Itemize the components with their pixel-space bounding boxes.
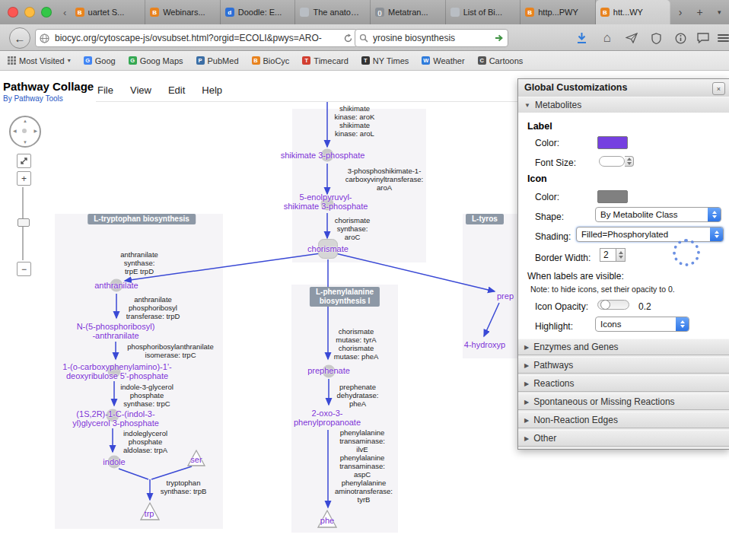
bookmark-most-visited[interactable]: Most Visited ▾ xyxy=(8,56,71,65)
icon-color-swatch[interactable] xyxy=(597,190,628,203)
tab-8-active[interactable]: B htt...WY xyxy=(596,0,671,24)
zoom-in-button[interactable]: + xyxy=(17,171,31,186)
bookmark-cartoons[interactable]: CCartoons xyxy=(478,56,524,65)
tab-7[interactable]: B http...PWY xyxy=(520,0,596,24)
tab-3[interactable]: d Doodle: E... xyxy=(221,0,296,24)
menu-help[interactable]: Help xyxy=(202,84,222,96)
menu-edit[interactable]: Edit xyxy=(168,84,185,96)
zoom-out-button[interactable]: − xyxy=(17,262,31,276)
panel-header[interactable]: Global Customizations × xyxy=(518,79,729,97)
icon-opacity-slider[interactable] xyxy=(597,300,629,310)
pan-control[interactable]: ▲ ▼ ◀ ▶ xyxy=(9,116,41,148)
global-customizations-panel: Global Customizations × ▼ Metabolites La… xyxy=(517,78,729,450)
downloads-icon[interactable] xyxy=(572,30,591,46)
tab-6[interactable]: List of Bi... xyxy=(446,0,521,24)
tab-2[interactable]: B Webinars... xyxy=(145,0,221,24)
bookmark-ny-times[interactable]: TNY Times xyxy=(361,56,409,65)
tab-scroll-right-icon[interactable]: › xyxy=(670,0,690,24)
chat-icon[interactable] xyxy=(694,30,712,46)
search-input[interactable] xyxy=(371,32,492,44)
metabolite-label[interactable]: phe xyxy=(320,516,334,525)
tab-title: Metatran... xyxy=(388,8,428,17)
search-go-icon[interactable] xyxy=(495,33,504,43)
pathway-title-label[interactable]: L-tyros xyxy=(466,214,504,224)
tab-4[interactable]: The anatomy ... xyxy=(295,0,371,24)
pathway-tools-link[interactable]: By Pathway Tools xyxy=(3,94,63,103)
metabolite-label[interactable]: 4-hydroxyp xyxy=(464,340,505,349)
search-bar[interactable] xyxy=(355,29,508,47)
slider-thumb[interactable] xyxy=(600,300,610,310)
section-spontaneous-or-missing-reactions[interactable]: ▶ Spontaneous or Missing Reactions xyxy=(518,393,729,410)
shading-select[interactable]: Filled=Phosphorylated xyxy=(576,227,724,242)
url-input[interactable] xyxy=(53,32,339,44)
tab-title: List of Bi... xyxy=(463,8,502,17)
label-color-swatch[interactable] xyxy=(597,136,628,149)
back-button[interactable]: ← xyxy=(9,27,30,49)
section-other[interactable]: ▶ Other xyxy=(518,430,729,447)
menu-hamburger-icon[interactable] xyxy=(714,30,729,46)
shape-select[interactable]: By Metabolite Class xyxy=(595,207,721,222)
section-label: Non-Reaction Edges xyxy=(533,415,618,425)
metabolite-label[interactable]: N-(5-phosphoribosyl) -anthranilate xyxy=(77,322,155,340)
bookmark-goog[interactable]: GGoog xyxy=(84,56,116,65)
bookmark-goog-maps[interactable]: GGoog Maps xyxy=(129,56,183,65)
border-width-stepper[interactable] xyxy=(616,248,626,262)
metabolite-label[interactable]: shikimate 3-phosphate xyxy=(281,151,365,160)
enzyme-label: tryptophan synthase: trpB xyxy=(161,479,207,495)
new-tab-button[interactable]: + xyxy=(690,0,710,24)
tab-list-dropdown-icon[interactable]: ▾ xyxy=(709,0,729,24)
close-icon[interactable]: × xyxy=(712,82,725,95)
menu-file[interactable]: File xyxy=(97,84,113,96)
section-enzymes-and-genes[interactable]: ▶ Enzymes and Genes xyxy=(518,339,729,355)
metabolite-label[interactable]: ser xyxy=(190,455,202,464)
zoom-slider-handle[interactable] xyxy=(18,218,30,227)
font-size-field[interactable] xyxy=(599,156,625,167)
shield-icon[interactable] xyxy=(647,30,665,46)
metabolite-label[interactable]: (1S,2R)-1-C-(indol-3- yl)glycerol 3-phos… xyxy=(72,409,159,428)
bookmark-biocyc[interactable]: BBioCyc xyxy=(252,56,290,65)
minimize-window-button[interactable] xyxy=(24,7,35,18)
zoom-window-button[interactable] xyxy=(41,7,52,18)
enzyme-label: indole-3-glycerol phosphate synthase: tr… xyxy=(120,383,173,408)
section-pathways[interactable]: ▶ Pathways xyxy=(518,357,729,374)
send-page-icon[interactable] xyxy=(622,30,641,46)
reload-icon[interactable] xyxy=(343,33,353,43)
info-icon[interactable] xyxy=(671,30,689,46)
bookmark-timecard[interactable]: TTimecard xyxy=(302,56,348,65)
border-width-input[interactable]: 2 xyxy=(600,248,616,262)
url-bar[interactable] xyxy=(35,29,358,47)
pan-down-icon[interactable]: ▼ xyxy=(23,140,27,145)
section-reactions[interactable]: ▶ Reactions xyxy=(518,375,729,392)
bookmark-favicon: T xyxy=(361,56,370,65)
metabolite-label[interactable]: prep xyxy=(497,291,514,301)
section-non-reaction-edges[interactable]: ▶ Non-Reaction Edges xyxy=(518,412,729,428)
bookmark-pubmed[interactable]: PPubMed xyxy=(196,56,239,65)
metabolite-label[interactable]: anthranilate xyxy=(94,281,138,290)
pan-left-icon[interactable]: ◀ xyxy=(13,128,17,133)
bookmarks-bar: Most Visited ▾ GGoog GGoog Maps PPubMed … xyxy=(0,51,729,71)
metabolite-label[interactable]: 5-enolpyruvyl- shikimate 3-phosphate xyxy=(284,192,368,211)
pan-right-icon[interactable]: ▶ xyxy=(33,128,37,133)
bookmark-weather[interactable]: WWeather xyxy=(422,56,464,65)
metabolite-label[interactable]: chorismate xyxy=(307,244,349,253)
pan-up-icon[interactable]: ▲ xyxy=(23,119,27,123)
metabolite-label[interactable]: trp xyxy=(145,509,154,518)
tab-scroll-left-icon[interactable]: ‹ xyxy=(59,0,71,24)
metabolite-label[interactable]: 2-oxo-3- phenylpropanoate xyxy=(294,409,361,427)
metabolite-label[interactable]: prephenate xyxy=(307,366,350,375)
metabolite-label[interactable]: indole xyxy=(103,457,125,466)
highlight-select[interactable]: Icons xyxy=(595,317,689,332)
tab-1[interactable]: B uartet S... xyxy=(71,0,146,24)
tab-5[interactable]: () Metatran... xyxy=(371,0,446,24)
pathway-title-label[interactable]: L-phenylalanine biosynthesis I xyxy=(310,287,380,307)
home-icon[interactable]: ⌂ xyxy=(598,30,616,46)
section-metabolites[interactable]: ▼ Metabolites xyxy=(518,97,729,113)
menu-view[interactable]: View xyxy=(130,84,151,96)
select-arrows-icon xyxy=(710,228,723,241)
font-size-stepper[interactable] xyxy=(625,156,634,167)
fit-to-screen-button[interactable] xyxy=(17,154,31,168)
close-window-button[interactable] xyxy=(8,7,18,18)
metabolite-label[interactable]: 1-(o-carboxyphenylamino)-1'- deoxyribulo… xyxy=(62,362,171,380)
tab-favicon: B xyxy=(150,8,159,17)
pathway-title-label[interactable]: L-tryptophan biosynthesis xyxy=(88,214,196,224)
